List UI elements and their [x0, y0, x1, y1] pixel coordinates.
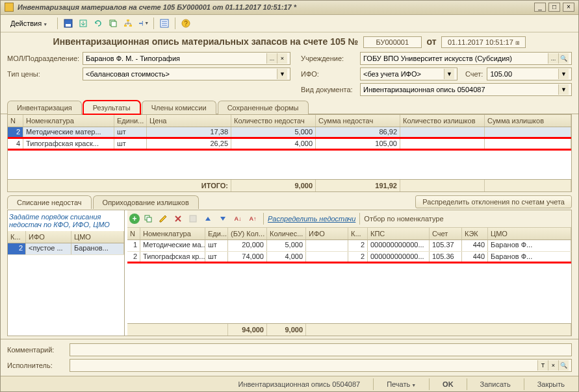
titlebar: Инвентаризация материалов на счете 105 Б…: [1, 1, 578, 15]
from-label: от: [427, 36, 437, 47]
executor-input[interactable]: T×🔍: [70, 359, 572, 372]
col-unit[interactable]: Едини...: [114, 115, 147, 127]
col-k2[interactable]: К...: [348, 228, 368, 239]
price-type-input[interactable]: <балансовая стоимость>▼: [83, 67, 290, 80]
doc-date-field[interactable]: 01.11.2017 10:51:17 ⊞: [441, 36, 526, 48]
open-icon[interactable]: 🔍: [558, 53, 569, 64]
col-cmo2[interactable]: ЦМО: [488, 228, 571, 239]
col-n2[interactable]: N: [127, 228, 140, 239]
grid-footer: ИТОГО: 9,000 191,92: [8, 179, 571, 191]
ifo-input[interactable]: <без учета ИФО>▼: [360, 67, 457, 80]
up-icon[interactable]: [201, 212, 214, 225]
dropdown-icon[interactable]: ▼: [444, 69, 454, 79]
nav-icon[interactable]: ▼: [136, 17, 149, 30]
detail-toolbar: + A↓ A↑ Распределить недостачи Отбор по …: [127, 210, 571, 228]
add-copy-icon[interactable]: [142, 212, 155, 225]
help-icon[interactable]: ?: [179, 17, 192, 30]
tab-inventory[interactable]: Инвентаризация: [7, 101, 82, 114]
mol-input[interactable]: Баранов Ф. М. - Типография...×: [83, 52, 290, 65]
type-icon[interactable]: T: [537, 360, 548, 371]
actions-menu[interactable]: Действия▼: [5, 18, 53, 29]
results-grid: N Номенклатура Едини... Цена Количество …: [7, 114, 572, 192]
distribute-shortage-link[interactable]: Распределить недостачи: [268, 215, 355, 223]
executor-label: Исполнитель:: [7, 361, 66, 369]
col-unit2[interactable]: Еди...: [205, 228, 228, 239]
col-sum-surplus[interactable]: Сумма излишков: [485, 115, 571, 127]
col-bu-qty[interactable]: (БУ) Кол...: [228, 228, 267, 239]
table-row[interactable]: 1 Методические ма... шт 20,000 5,000 2 0…: [127, 240, 571, 252]
print-doc-link[interactable]: Инвентаризационная опись 0504087: [231, 378, 368, 390]
col-cmo[interactable]: ЦМО: [71, 231, 124, 243]
print-menu[interactable]: Печать▼: [380, 378, 423, 390]
refresh-icon[interactable]: [92, 17, 105, 30]
dropdown-icon[interactable]: ▼: [558, 84, 569, 95]
save-button[interactable]: Записать: [473, 378, 518, 390]
grid-header: N Номенклатура Едини... Цена Количество …: [8, 115, 571, 127]
col-sum-shortage[interactable]: Сумма недостач: [316, 115, 400, 127]
price-type-label: Тип цены:: [7, 70, 79, 78]
tab-surplus-posting[interactable]: Оприходование излишков: [93, 195, 199, 209]
close-button[interactable]: ×: [563, 3, 574, 12]
col-k[interactable]: К...: [8, 231, 26, 243]
tab-saved-forms[interactable]: Сохраненные формы: [218, 101, 309, 114]
mol-label: МОЛ/Подразделение:: [7, 55, 79, 62]
edit-icon[interactable]: [157, 212, 170, 225]
lookup-icon[interactable]: ...: [548, 53, 558, 64]
svg-rect-16: [190, 215, 196, 222]
col-acct[interactable]: Счет: [430, 228, 462, 239]
doctype-input[interactable]: Инвентаризационная опись 0504087▼: [360, 83, 572, 96]
col-kps[interactable]: КПС: [368, 228, 430, 239]
table-row[interactable]: 2 Методические матер... шт 17,38 5,000 8…: [8, 127, 571, 139]
doctype-label: Вид документа:: [301, 86, 356, 93]
export-icon[interactable]: [77, 17, 90, 30]
down-icon[interactable]: [216, 212, 229, 225]
status-bar: Инвентаризационная опись 0504087 Печать▼…: [1, 376, 578, 391]
list-icon[interactable]: [158, 17, 171, 30]
col-qty-shortage[interactable]: Количество недостач: [231, 115, 316, 127]
save-icon[interactable]: [62, 17, 75, 30]
add-icon[interactable]: +: [129, 214, 140, 224]
table-row[interactable]: 2 <пустое ... Баранов...: [8, 243, 124, 255]
maximize-button[interactable]: □: [548, 3, 560, 12]
dropdown-icon[interactable]: ▼: [558, 69, 569, 79]
tab-results[interactable]: Результаты: [83, 101, 140, 114]
col-nom2[interactable]: Номенклатура: [140, 228, 205, 239]
org-input[interactable]: ГОБУ ВПО Университет искусств (Субсидия)…: [360, 52, 572, 65]
account-input[interactable]: 105.00▼: [487, 67, 572, 80]
sort-desc-icon[interactable]: A↑: [246, 212, 259, 225]
grid-icon[interactable]: [187, 212, 199, 225]
col-ifo2[interactable]: ИФО: [306, 228, 348, 239]
comment-input[interactable]: [70, 343, 572, 356]
distribute-deviations-button[interactable]: Распределить отклонения по счетам учета: [415, 195, 572, 208]
table-row[interactable]: 4 Типографская краск... шт 26,25 4,000 1…: [8, 139, 571, 151]
col-qty-surplus[interactable]: Количество излишков: [400, 115, 485, 127]
col-qty2[interactable]: Количес...: [267, 228, 306, 239]
col-kek[interactable]: КЭК: [462, 228, 488, 239]
col-nomenclature[interactable]: Номенклатура: [23, 115, 114, 127]
clear-icon[interactable]: ×: [548, 360, 558, 371]
dropdown-icon[interactable]: ▼: [277, 69, 287, 79]
col-ifo[interactable]: ИФО: [26, 231, 71, 243]
tab-writeoff[interactable]: Списание недостач: [7, 195, 92, 209]
app-icon: [5, 3, 14, 12]
toolbar: Действия▼ ▼ ?: [1, 15, 578, 32]
ok-button[interactable]: OK: [435, 378, 461, 390]
col-price[interactable]: Цена: [147, 115, 231, 127]
delete-icon[interactable]: [172, 212, 185, 225]
close-window-button[interactable]: Закрыть: [530, 378, 572, 390]
window-title: Инвентаризация материалов на счете 105 Б…: [18, 3, 534, 11]
svg-rect-1: [66, 24, 71, 27]
col-n[interactable]: N: [8, 115, 23, 127]
comment-label: Комментарий:: [7, 346, 66, 354]
clear-icon[interactable]: ×: [277, 53, 287, 64]
lookup-icon[interactable]: ...: [266, 53, 277, 64]
filter-by-nomenclature[interactable]: Отбор по номенклатуре: [364, 215, 443, 223]
struct-icon[interactable]: [122, 17, 135, 30]
minimize-button[interactable]: _: [534, 3, 546, 12]
doc-number-field[interactable]: БУ000001: [363, 36, 422, 48]
copy-icon[interactable]: [107, 17, 120, 30]
sort-asc-icon[interactable]: A↓: [231, 212, 244, 225]
tab-commission[interactable]: Члены комиссии: [142, 101, 216, 114]
open-icon[interactable]: 🔍: [558, 360, 569, 371]
table-row[interactable]: 2 Типографская кр... шт 74,000 4,000 2 0…: [127, 252, 571, 263]
